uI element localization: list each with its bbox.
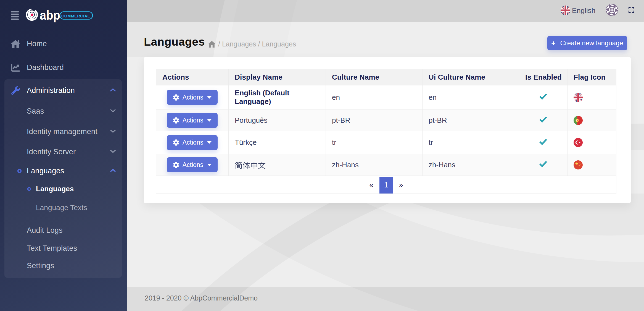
svg-text:abp: abp xyxy=(40,8,60,22)
svg-text:COMMERCIAL: COMMERCIAL xyxy=(61,14,90,18)
